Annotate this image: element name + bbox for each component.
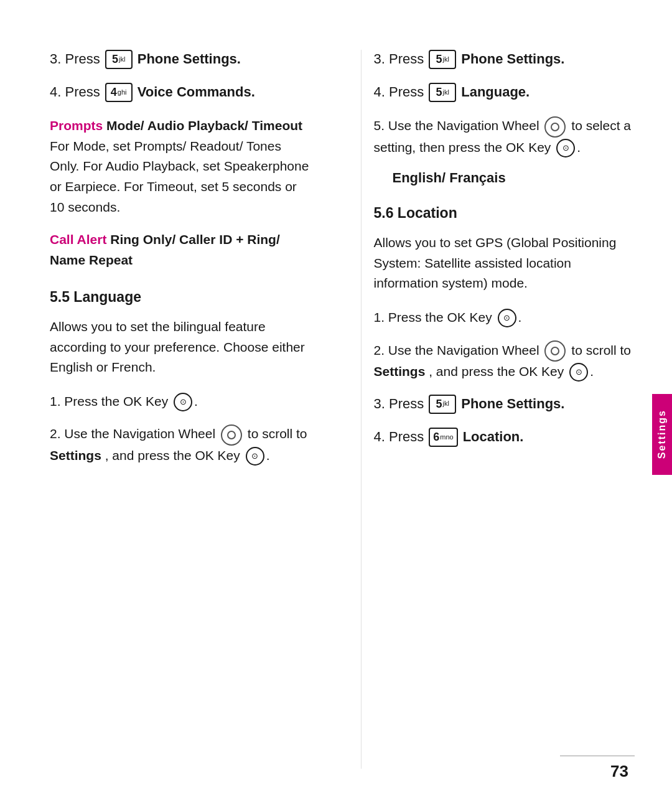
page-number: 73 — [610, 762, 628, 781]
key-5-jkl: 5jkl — [105, 50, 133, 69]
loc-body: Allows you to set GPS (Global Positionin… — [374, 233, 635, 294]
ok-key-icon-loc2: ⊙ — [569, 363, 588, 382]
lang-step2-block: 2. Use the Navigation Wheel to scroll to… — [50, 424, 311, 466]
step4-right: 4. Press 5jkl Language. — [374, 83, 635, 102]
key-sub-jkl-loc: jkl — [443, 399, 449, 408]
nav-wheel-icon-loc2 — [544, 340, 566, 362]
lang-body: Allows you to set the bilingual feature … — [50, 317, 311, 378]
loc-step4-prefix: 4. Press — [374, 428, 424, 447]
loc-step2-middle: to scroll to — [571, 343, 631, 357]
loc-step1-label: 1. Press the OK Key — [374, 310, 492, 324]
loc-step3-prefix: 3. Press — [374, 395, 424, 414]
key-sub-mno: mno — [440, 433, 453, 442]
loc-step1-block: 1. Press the OK Key ⊙. — [374, 307, 635, 328]
divider-line — [560, 756, 635, 756]
step5-prefix: 5. Use the Navigation Wheel — [374, 118, 539, 133]
step5-right-text: 5. Use the Navigation Wheel to select a … — [374, 118, 632, 154]
lang-step2-prefix: 2. Use the Navigation Wheel — [50, 426, 215, 441]
loc-step1-text: 1. Press the OK Key ⊙. — [374, 310, 522, 324]
prompts-heading: Prompts — [50, 118, 103, 133]
loc-step2-suffix: , and press the OK Key — [429, 364, 564, 378]
ok-key-icon-loc1: ⊙ — [498, 309, 516, 327]
key-sub-ghi: ghi — [118, 88, 127, 97]
right-column: 3. Press 5jkl Phone Settings. 4. Press 5… — [361, 50, 635, 769]
step3-left-label: Phone Settings. — [138, 50, 241, 69]
key-sub-jkl-lang: jkl — [443, 88, 449, 97]
loc-step2-prefix: 2. Use the Navigation Wheel — [374, 343, 539, 357]
key-4-ghi: 4ghi — [105, 83, 133, 102]
step4-right-prefix: 4. Press — [374, 83, 424, 102]
nav-wheel-icon-step5 — [544, 116, 566, 138]
lang-step2-middle: to scroll to — [248, 426, 307, 441]
lang-step1-block: 1. Press the OK Key ⊙. — [50, 391, 311, 412]
english-francais: English/ Français — [393, 170, 635, 186]
section-56-header: 5.6 Location — [374, 205, 635, 222]
key-5-jkl-right: 5jkl — [429, 50, 456, 69]
step3-right-prefix: 3. Press — [374, 50, 424, 69]
loc-step3-label: Phone Settings. — [461, 395, 564, 414]
loc-step4: 4. Press 6mno Location. — [374, 428, 635, 447]
loc-step2-text: 2. Use the Navigation Wheel to scroll to… — [374, 343, 632, 378]
key-5-jkl-lang: 5jkl — [429, 83, 456, 102]
step3-left: 3. Press 5jkl Phone Settings. — [50, 50, 311, 69]
sidebar-label: Settings — [656, 410, 668, 459]
step3-right: 3. Press 5jkl Phone Settings. — [374, 50, 635, 69]
step4-left-label: Voice Commands. — [138, 83, 255, 102]
prompts-section: Prompts Mode/ Audio Playback/ Timeout Fo… — [50, 116, 311, 217]
step4-right-label: Language. — [461, 83, 530, 102]
loc-step4-label: Location. — [463, 428, 524, 447]
key-5-jkl-loc: 5jkl — [429, 395, 456, 414]
lang-step1-label: 1. Press the OK Key — [50, 394, 168, 408]
key-6-mno: 6mno — [429, 428, 457, 447]
nav-wheel-icon-lang2 — [221, 424, 242, 446]
call-alert-heading: Call Alert — [50, 232, 106, 246]
call-alert-section: Call Alert Ring Only/ Caller ID + Ring/ … — [50, 230, 311, 270]
step5-right-block: 5. Use the Navigation Wheel to select a … — [374, 116, 635, 157]
step4-left: 4. Press 4ghi Voice Commands. — [50, 83, 311, 102]
ok-key-icon-lang1: ⊙ — [174, 393, 192, 411]
ok-key-icon-lang2: ⊙ — [246, 447, 264, 466]
prompts-body: For Mode, set Prompts/ Readout/ Tones On… — [50, 139, 309, 214]
lang-step1-text: 1. Press the OK Key ⊙. — [50, 394, 198, 408]
loc-step2-block: 2. Use the Navigation Wheel to scroll to… — [374, 340, 635, 382]
prompts-subheading: Mode/ Audio Playback/ Timeout — [103, 118, 302, 133]
loc-step3: 3. Press 5jkl Phone Settings. — [374, 395, 635, 414]
lang-step2-bold: Settings — [50, 448, 101, 462]
ok-key-icon-step5: ⊙ — [556, 139, 575, 157]
lang-step2-text: 2. Use the Navigation Wheel to scroll to… — [50, 426, 307, 462]
step3-left-prefix: 3. Press — [50, 50, 100, 69]
lang-step2-suffix: , and press the OK Key — [105, 448, 240, 462]
step4-left-prefix: 4. Press — [50, 83, 100, 102]
sidebar-tab: Settings — [652, 394, 672, 475]
section-55-header: 5.5 Language — [50, 289, 311, 306]
key-sub-jkl-right: jkl — [443, 55, 449, 64]
step3-right-label: Phone Settings. — [461, 50, 564, 69]
key-sub-jkl: jkl — [119, 55, 125, 64]
left-column: 3. Press 5jkl Phone Settings. 4. Press 4… — [50, 50, 324, 769]
loc-step2-bold: Settings — [374, 364, 426, 378]
